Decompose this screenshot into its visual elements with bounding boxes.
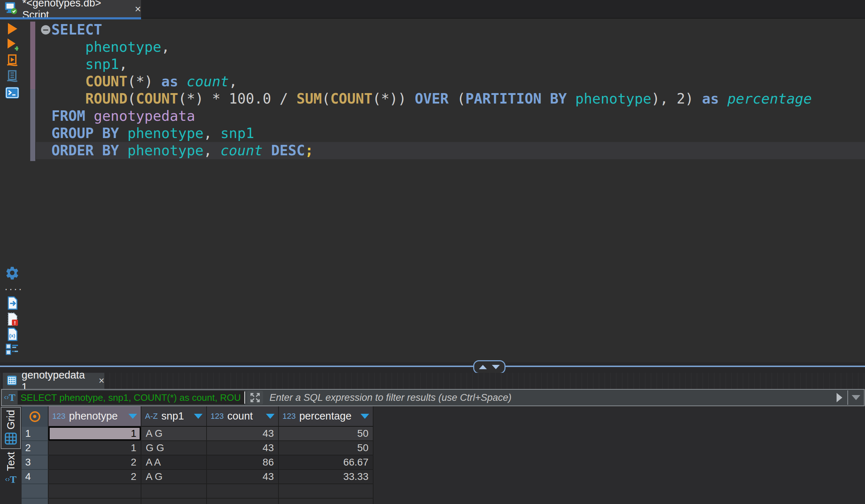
code-line[interactable]: COUNT(*) as count, (36, 73, 865, 90)
splitter-collapse-control[interactable] (473, 360, 506, 374)
grid-cell[interactable] (49, 499, 141, 504)
table-row: 11A G4350 (22, 427, 373, 441)
panel-splitter[interactable] (0, 362, 865, 373)
grid-cell[interactable]: 33.33 (279, 470, 373, 484)
collapse-down-icon[interactable] (492, 365, 500, 369)
grid-cell[interactable] (207, 499, 279, 504)
close-icon[interactable]: × (135, 3, 141, 15)
code-line[interactable]: GROUP BY phenotype, snp1 (36, 125, 865, 142)
row-number[interactable] (22, 499, 49, 504)
grid-cell[interactable] (49, 484, 141, 499)
sort-dropdown-icon[interactable] (266, 414, 275, 419)
sql-script-icon (4, 2, 18, 16)
export-document-icon[interactable] (4, 295, 20, 311)
column-header-percentage[interactable]: 123percentage (279, 406, 373, 427)
grid-cell[interactable]: 2 (49, 470, 141, 484)
svg-text:{x}: {x} (9, 333, 15, 338)
results-filter-bar[interactable]: ‹›T SELECT phenotype, snp1, COUNT(*) as … (1, 389, 865, 406)
filter-dropdown-icon[interactable] (852, 395, 860, 400)
text-view-label: Text (5, 452, 17, 471)
grid-corner-header[interactable] (22, 406, 49, 427)
sql-editor[interactable]: ···· ! {x} (0, 19, 865, 362)
row-selector-radio-icon (30, 411, 40, 422)
column-header-phenotype[interactable]: 123phenotype (49, 406, 141, 427)
execute-new-tab-icon[interactable] (4, 37, 20, 52)
column-type-badge: A-Z (145, 412, 158, 421)
grid-cell[interactable]: 43 (207, 470, 279, 484)
grid-cell[interactable]: G G (141, 441, 207, 455)
table-row (22, 499, 373, 504)
grid-cell[interactable]: 50 (279, 427, 373, 441)
close-icon[interactable]: × (99, 375, 104, 386)
grid-cell[interactable]: 66.67 (279, 455, 373, 470)
tab-sql-script[interactable]: *<genotypes.db> Script × (0, 0, 141, 18)
execute-script-icon[interactable] (4, 52, 20, 68)
grid-cell[interactable]: 1 (49, 427, 141, 441)
grid-cell[interactable]: A A (141, 455, 207, 470)
sql-text-icon: ‹›T (2, 392, 18, 403)
code-line[interactable]: snp1, (36, 56, 865, 73)
results-tabbar: genotypedata 1 × (0, 373, 865, 389)
tab-grid-view[interactable]: Grid (1, 407, 21, 449)
filter-query-text[interactable]: SELECT phenotype, snp1, COUNT(*) as coun… (18, 391, 244, 404)
grid-cell[interactable]: A G (141, 427, 207, 441)
document-error-icon[interactable]: ! (4, 311, 20, 327)
row-number[interactable]: 3 (22, 455, 49, 470)
code-line[interactable]: FROM genotypedata (36, 107, 865, 125)
column-label: count (227, 410, 262, 422)
grid-view-label: Grid (5, 410, 17, 430)
table-row: 21G G4350 (22, 441, 373, 455)
grid-cell[interactable]: 1 (49, 441, 141, 455)
grid-cell[interactable] (207, 484, 279, 499)
grid-cell[interactable]: 86 (207, 455, 279, 470)
grid-cell[interactable] (141, 484, 207, 499)
collapse-up-icon[interactable] (479, 365, 487, 369)
table-grid-icon (5, 432, 17, 446)
text-cursor (244, 391, 245, 404)
row-number[interactable]: 1 (22, 427, 49, 441)
explain-plan-icon[interactable] (4, 68, 20, 84)
sort-dropdown-icon[interactable] (128, 414, 137, 419)
row-number[interactable] (22, 484, 49, 499)
row-number[interactable]: 4 (22, 470, 49, 484)
splitter-line (0, 366, 865, 367)
column-header-count[interactable]: 123count (207, 406, 279, 427)
code-line[interactable]: SELECT (36, 21, 865, 38)
grid-cell[interactable]: 50 (279, 441, 373, 455)
column-type-badge: 123 (52, 412, 65, 421)
table-row: 32A A8666.67 (22, 455, 373, 470)
parameters-document-icon[interactable]: {x} (4, 326, 20, 342)
grid-cell[interactable] (141, 499, 207, 504)
code-line[interactable]: phenotype, (36, 38, 865, 56)
overflow-dots-icon[interactable]: ···· (4, 281, 20, 297)
expand-filter-icon[interactable] (247, 391, 263, 404)
settings-gear-icon[interactable] (4, 265, 20, 281)
apply-filter-icon[interactable] (837, 393, 842, 402)
layout-panels-icon[interactable] (4, 342, 20, 357)
sql-text-icon: ‹›T (3, 474, 19, 485)
column-type-badge: 123 (210, 412, 224, 421)
grid-cell[interactable]: 43 (207, 441, 279, 455)
table-row (22, 484, 373, 499)
code-area[interactable]: SELECT phenotype, snp1, COUNT(*) as coun… (36, 21, 865, 159)
code-line[interactable]: ORDER BY phenotype, count DESC; (36, 142, 865, 159)
filter-placeholder[interactable]: Enter a SQL expression to filter results… (270, 392, 837, 403)
grid-cell[interactable]: 2 (49, 455, 141, 470)
code-line[interactable]: ROUND(COUNT(*) * 100.0 / SUM(COUNT(*)) O… (36, 90, 865, 107)
row-number[interactable]: 2 (22, 441, 49, 455)
tab-text-view[interactable]: Text ‹›T (0, 450, 22, 487)
results-grid[interactable]: Grid Text ‹›T 123phenoty (0, 406, 865, 504)
grid-cell[interactable]: 43 (207, 427, 279, 441)
sql-console-icon[interactable] (4, 85, 20, 101)
table-row: 42A G4333.33 (22, 470, 373, 484)
column-label: percentage (299, 410, 357, 422)
grid-cell[interactable] (279, 499, 373, 504)
sort-dropdown-icon[interactable] (361, 414, 369, 419)
divider (847, 390, 848, 405)
sort-dropdown-icon[interactable] (194, 414, 203, 419)
tab-results-genotypedata[interactable]: genotypedata 1 × (3, 373, 104, 389)
execute-statement-icon[interactable] (4, 21, 20, 37)
column-header-snp1[interactable]: A-Zsnp1 (141, 406, 207, 427)
grid-cell[interactable] (279, 484, 373, 499)
grid-cell[interactable]: A G (141, 470, 207, 484)
